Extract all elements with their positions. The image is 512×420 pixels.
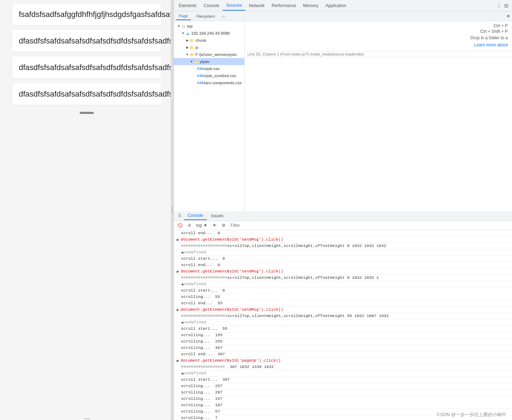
console-text: scrolling... 7 — [181, 415, 218, 420]
tree-item-taro-components[interactable]: ▶ CSS taro-components.css — [174, 79, 244, 86]
card-text-2: dfasdfsfsafdsafsafsdfsafsdfsdfdsfsafdsfs… — [19, 36, 173, 45]
console-text: ===================scrollTop,clientHeigh… — [181, 243, 386, 248]
devtools-icons: ⋮ ⊟ — [496, 3, 511, 8]
tree-item-chunk[interactable]: ▶ 📁 chunk — [174, 37, 244, 44]
tree-item-style-css[interactable]: ▶ CSS style.css — [174, 65, 244, 72]
expand-arrow-1: ▶ — [177, 237, 179, 242]
tab-memory[interactable]: Memory — [300, 1, 322, 10]
console-line-scrolling-155: scrolling... 155 — [174, 332, 512, 339]
keyboard-shortcuts: Ctrl + P Ctrl + Shift + P Drop in a fold… — [245, 21, 512, 51]
tree-arrow-vonr: ▼ — [185, 52, 189, 57]
tree-item-vonr[interactable]: ▼ 📁 F:/js/vonr_wenxinyiyan — [174, 51, 244, 58]
tab-elements[interactable]: Elements — [175, 1, 200, 10]
console-output[interactable]: scroll end... 0 ▶ document.getElementByI… — [174, 230, 512, 420]
tree-label-iconfont: style_iconfont.css — [204, 74, 236, 78]
learn-more-link[interactable]: Learn more about — [474, 42, 508, 47]
undock-icon[interactable]: ⊟ — [504, 3, 508, 8]
sources-add-icon[interactable]: ⊕ — [507, 14, 510, 18]
console-line-pageup[interactable]: ▶ document.getElementById('pageUp').clic… — [174, 358, 512, 364]
console-text: scroll end... 0 — [181, 263, 220, 267]
resize-handle-bottom[interactable] — [0, 417, 173, 420]
console-line-scroll-start-307: scroll start... 307 — [174, 377, 512, 383]
settings-icon[interactable]: ⋮ — [496, 3, 501, 8]
expand-arrow-4: ▶ — [177, 358, 179, 363]
csdn-watermark: CSDN @一步一步往上爬的小蜗牛 — [434, 411, 508, 419]
console-line-scrolling-255: scrolling... 255 — [174, 339, 512, 345]
console-code-2: document.getElementById('sendMsg').click… — [181, 269, 283, 274]
console-line-vals-pageup: ================== 307 1032 1339 1032 — [174, 364, 512, 370]
console-code-3: document.getElementById('sendMsg').click… — [181, 307, 283, 312]
context-selector[interactable]: top ▼ — [195, 222, 209, 229]
card-text-4: dfasdfsfsafdsafsafsdfsafsdfsdfdsfsafdsfs… — [19, 90, 173, 98]
console-line-scroll-vals-3: ===================scrollTop,clientHeigh… — [174, 313, 512, 320]
tree-item-yiyan[interactable]: ▼ 📁 yiyan — [174, 58, 244, 65]
tab-performance[interactable]: Performance — [268, 1, 300, 10]
console-text: scrolling... 207 — [181, 390, 222, 395]
filter-toggle-btn[interactable]: ⊘ — [186, 222, 193, 229]
console-tab-console[interactable]: Console — [184, 212, 207, 220]
clear-console-btn[interactable]: 🚫 — [176, 222, 184, 229]
file-tree: ▼ ◻ top ▼ ☁ 192.168.240.43:9088 ▶ 📁 chun… — [174, 21, 245, 211]
sources-tab-more[interactable]: ›› — [222, 14, 224, 18]
console-drag-icon[interactable]: ⠿ — [176, 212, 183, 220]
devtools-tab-bar: Elements Console Sources Network Perform… — [174, 0, 512, 11]
tab-console[interactable]: Console — [200, 1, 223, 10]
console-line-scroll-end-55: scroll end... 55 — [174, 300, 512, 307]
tree-label-yiyan: yiyan — [200, 59, 209, 64]
tab-network[interactable]: Network — [245, 1, 268, 10]
collapse-arrow-3: ◀ — [181, 320, 183, 325]
console-line-undefined-1: ◀ undefined — [174, 249, 512, 256]
console-line-scroll-end-0: scroll end... 0 — [174, 230, 512, 237]
tree-item-top[interactable]: ▼ ◻ top — [174, 23, 244, 30]
sources-panel: Page Filesystem ›› ⊕ ▼ ◻ top ▼ ☁ 192.168… — [174, 11, 512, 420]
scroll-handle[interactable] — [80, 112, 94, 114]
console-text: scroll end... 0 — [181, 231, 220, 235]
message-card-1: fsafdsfsadfsafggfdhfhfjgfjhsdgdsfgasfsaf… — [12, 4, 161, 25]
file-icon-taro: CSS — [198, 80, 203, 85]
resize-handle-right[interactable] — [171, 0, 173, 420]
expand-arrow-2: ▶ — [177, 269, 179, 274]
console-line-scroll-start-0: scroll start... 0 — [174, 256, 512, 262]
console-line-sendmsg-2[interactable]: ▶ document.getElementById('sendMsg').cli… — [174, 269, 512, 275]
tree-icon-top: ◻ — [181, 24, 186, 29]
tab-application[interactable]: Application — [322, 1, 350, 10]
console-tab-issues[interactable]: Issues — [207, 212, 227, 220]
sources-tab-page[interactable]: Page — [176, 12, 191, 20]
console-text: scroll start... 307 — [181, 377, 230, 382]
tree-item-js[interactable]: ▶ 📁 js — [174, 44, 244, 51]
tree-arrow-chunk: ▶ — [185, 38, 189, 42]
tree-label-top: top — [187, 24, 193, 28]
console-line-scrolling-157: scrolling... 157 — [174, 396, 512, 402]
console-line-undefined-2: ◀ undefined — [174, 281, 512, 288]
console-toolbar: 🚫 ⊘ top ▼ 👁 ⚙ — [174, 221, 512, 230]
console-gray-2: undefined — [184, 282, 206, 286]
card-text-3: dfasdfsfsafdsafsafsdfsafsdfsdfdsfsafdsfs… — [19, 63, 173, 72]
console-text: ================== 307 1032 1339 1032 — [181, 364, 274, 369]
message-card-3: dfasdfsfsafdsafsafsdfsafsdfsdfdsfsafdsfs… — [12, 57, 161, 78]
console-line-scroll-vals-2: ===================scrollTop,clientHeigh… — [174, 275, 512, 281]
console-gray-1: undefined — [184, 250, 206, 254]
folder-icon-chunk: 📁 — [189, 38, 194, 43]
console-text: scrolling... 255 — [181, 339, 222, 344]
console-line-scrolling-107: scrolling... 107 — [174, 402, 512, 409]
file-icon-iconfont: CSS — [198, 73, 203, 78]
console-line-scrolling-55: scrolling... 55 — [174, 294, 512, 300]
console-line-sendmsg-3[interactable]: ▶ document.getElementById('sendMsg').cli… — [174, 307, 512, 313]
console-line-sendmsg-1[interactable]: ▶ document.getElementById('sendMsg').cli… — [174, 237, 512, 243]
filter-input[interactable] — [229, 222, 510, 229]
tree-item-host[interactable]: ▼ ☁ 192.168.240.43:9088 — [174, 30, 244, 37]
card-text-1: fsafdsfsadfsafggfdhfhfjgfjhsdgdsfgasfsaf… — [19, 10, 173, 19]
file-icon-style-css: CSS — [198, 66, 203, 71]
tab-sources[interactable]: Sources — [223, 1, 245, 11]
console-tabs: ⠿ Console Issues — [174, 211, 512, 221]
eye-icon[interactable]: 👁 — [211, 222, 218, 229]
sources-tab-filesystem[interactable]: Filesystem — [194, 13, 218, 20]
settings-icon-console[interactable]: ⚙ — [220, 222, 227, 229]
console-text: scrolling... 307 — [181, 345, 222, 350]
tree-item-style-iconfont[interactable]: ▶ CSS style_iconfont.css — [174, 72, 244, 79]
console-text: scrolling... 157 — [181, 396, 222, 401]
console-text: scrolling... 55 — [181, 294, 220, 299]
console-text: scroll end... 55 — [181, 301, 222, 305]
collapse-arrow-4: ◀ — [181, 371, 183, 376]
console-text: scroll end... 307 — [181, 352, 225, 356]
